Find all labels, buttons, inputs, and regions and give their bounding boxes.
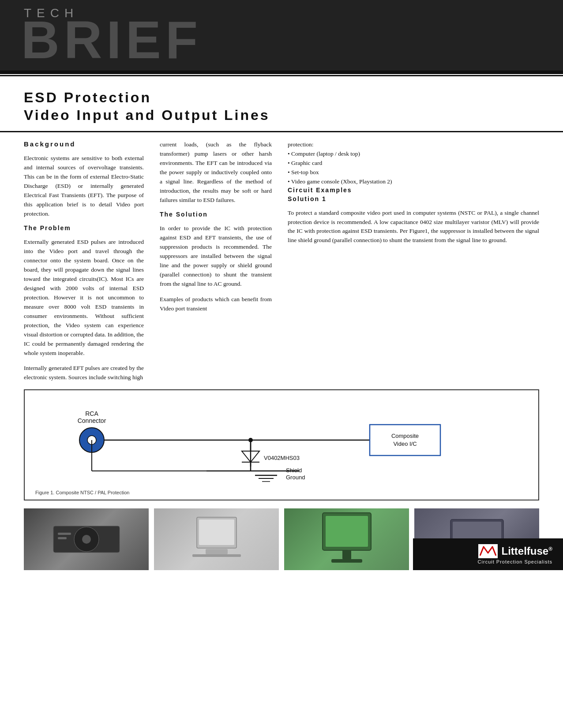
footer-section: Littelfuse® Circuit Protection Specialis… bbox=[413, 538, 563, 570]
eft-para: Internally generated EFT pulses are crea… bbox=[24, 364, 144, 382]
svg-rect-34 bbox=[326, 516, 368, 547]
svg-rect-30 bbox=[199, 519, 234, 545]
svg-rect-27 bbox=[58, 533, 71, 535]
list-item: Set-top box bbox=[288, 168, 539, 177]
circuit-para: To protect a standard composite video po… bbox=[288, 209, 539, 246]
circuit-examples-heading: Circuit Examples bbox=[288, 187, 539, 194]
svg-rect-35 bbox=[342, 550, 351, 559]
svg-point-26 bbox=[82, 535, 91, 544]
right-intro: protection: bbox=[288, 140, 539, 149]
figure-caption: Figure 1. Composite NTSC / PAL Protectio… bbox=[35, 490, 528, 495]
divider-thick bbox=[0, 71, 563, 74]
bottom-wrapper: Littelfuse® Circuit Protection Specialis… bbox=[0, 508, 563, 570]
solution-para2: Examples of products which can benefit f… bbox=[160, 295, 272, 314]
svg-rect-36 bbox=[331, 559, 362, 563]
pc-svg bbox=[179, 513, 254, 566]
svg-text:Composite: Composite bbox=[391, 433, 419, 439]
background-para1: Electronic systems are sensitive to both… bbox=[24, 154, 144, 218]
problem-heading: The Problem bbox=[24, 224, 144, 231]
logo-icon-svg bbox=[479, 545, 497, 557]
svg-text:V0402MHS03: V0402MHS03 bbox=[264, 455, 300, 461]
col-right: protection: Computer (laptop / desk top)… bbox=[280, 140, 539, 382]
middle-para1: current loads, (such as the flyback tran… bbox=[160, 140, 272, 205]
brief-label: BRIEF bbox=[21, 13, 202, 66]
main-title: ESD Protection Video Input and Output Li… bbox=[24, 89, 539, 124]
title-section: ESD Protection Video Input and Output Li… bbox=[0, 76, 563, 132]
circuit-diagram: RCA Connector Composite Video I/C V0402M… bbox=[24, 389, 539, 500]
col-left: Background Electronic systems are sensit… bbox=[24, 140, 152, 382]
monitor-svg bbox=[309, 511, 384, 568]
logo-top: Littelfuse® bbox=[478, 544, 552, 558]
list-item: Graphic card bbox=[288, 159, 539, 168]
solution1-heading: Solution 1 bbox=[288, 195, 539, 202]
svg-rect-31 bbox=[206, 549, 228, 554]
logo-name: Littelfuse® bbox=[501, 545, 552, 557]
logo-tagline: Circuit Protection Specialists bbox=[478, 559, 552, 564]
littelfuse-logo: Littelfuse® Circuit Protection Specialis… bbox=[478, 544, 552, 564]
list-item: Computer (laptop / desk top) bbox=[288, 149, 539, 159]
svg-text:Connector: Connector bbox=[78, 417, 106, 424]
list-item: Video game console (Xbox, Playstation 2) bbox=[288, 177, 539, 187]
svg-text:Shield: Shield bbox=[286, 467, 302, 474]
dvd-svg bbox=[49, 517, 124, 561]
svg-rect-32 bbox=[192, 554, 241, 557]
svg-rect-7 bbox=[370, 425, 440, 455]
monitor-image bbox=[284, 508, 409, 570]
svg-rect-28 bbox=[58, 537, 67, 539]
logo-icon bbox=[478, 544, 498, 558]
solution-heading: The Solution bbox=[160, 211, 272, 218]
product-list: Computer (laptop / desk top) Graphic car… bbox=[288, 149, 539, 187]
svg-text:Video I/C: Video I/C bbox=[393, 441, 417, 447]
pc-image bbox=[154, 508, 279, 570]
dvd-player-image bbox=[24, 508, 149, 570]
content-area: Background Electronic systems are sensit… bbox=[0, 132, 563, 382]
svg-text:Ground: Ground bbox=[286, 474, 305, 481]
solution-para1: In order to provide the IC with protecti… bbox=[160, 224, 272, 288]
col-mid: current loads, (such as the flyback tran… bbox=[152, 140, 280, 382]
circuit-svg: RCA Connector Composite Video I/C V0402M… bbox=[35, 398, 528, 486]
svg-text:RCA: RCA bbox=[85, 410, 98, 417]
problem-para: Externally generated ESD pulses are intr… bbox=[24, 238, 144, 358]
background-heading: Background bbox=[24, 140, 144, 148]
header-section: TECH BRIEF bbox=[0, 0, 563, 71]
